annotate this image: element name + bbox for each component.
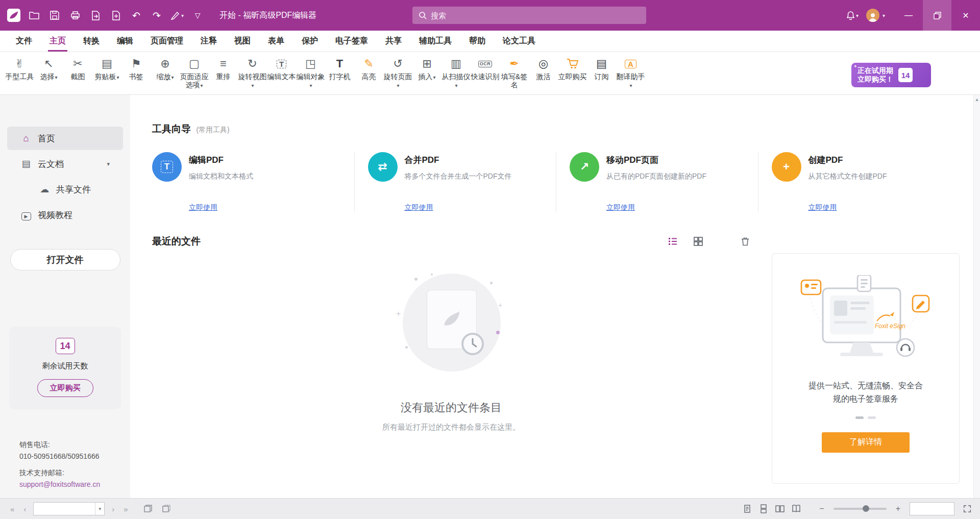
zoom-slider[interactable] — [834, 508, 887, 510]
export-doc-icon[interactable] — [89, 7, 102, 24]
zoom-in-button[interactable]: + — [895, 504, 901, 513]
restore-button[interactable] — [923, 0, 951, 31]
zoom-slider-thumb[interactable] — [863, 505, 869, 512]
menu-form[interactable]: 表单 — [259, 31, 293, 52]
book-view-icon[interactable] — [792, 504, 801, 513]
ribbon-button-subscribe[interactable]: ▤ 订阅 — [587, 56, 616, 81]
use-now-link[interactable]: 立即使用 — [808, 203, 949, 212]
menu-accessibility[interactable]: 辅助工具 — [410, 31, 460, 52]
chevron-down-icon[interactable]: ▾ — [107, 161, 110, 167]
redo-icon[interactable]: ↷ — [150, 7, 163, 24]
ribbon-button-buy-now[interactable]: 立即购买 — [558, 56, 587, 81]
print-icon[interactable] — [68, 7, 82, 24]
esign-pen-icon[interactable]: ▾ — [170, 7, 184, 24]
learn-more-button[interactable]: 了解详情 — [822, 432, 910, 453]
sidebar-item-shared-files[interactable]: ☁ 共享文件 — [7, 178, 123, 201]
pagination-dot[interactable] — [868, 416, 876, 419]
first-page-button[interactable]: « — [8, 505, 16, 513]
ribbon-button-page-fit[interactable]: ▢ 页面适应选项▾ — [180, 56, 209, 90]
sidebar-item-home[interactable]: ⌂ 首页 — [7, 127, 123, 150]
ribbon-button-activate[interactable]: ◎ 激活 — [529, 56, 558, 81]
sparkle-icon: ✦ — [853, 64, 857, 69]
zoom-out-button[interactable]: − — [818, 504, 825, 513]
menu-help[interactable]: 帮助 — [460, 31, 494, 52]
account-menu[interactable]: ▾ — [866, 9, 885, 22]
close-button[interactable]: ✕ — [951, 0, 980, 31]
buy-now-button[interactable]: 立即购买 — [37, 379, 93, 397]
menu-comment[interactable]: 注释 — [192, 31, 226, 52]
list-view-icon[interactable] — [668, 236, 678, 246]
use-now-link[interactable]: 立即使用 — [405, 203, 545, 212]
search-input[interactable] — [431, 11, 640, 20]
ribbon-button-reflow[interactable]: ≡ 重排 — [209, 56, 238, 81]
chevron-down-icon[interactable]: ▾ — [95, 503, 104, 515]
page-number-input[interactable] — [34, 505, 95, 513]
menu-file[interactable]: 文件 — [7, 31, 41, 52]
ribbon-button-clipboard[interactable]: ▤ 剪贴板▾ — [92, 56, 121, 82]
scroll-up-icon[interactable]: ▲ — [975, 97, 979, 102]
prev-page-button[interactable]: ‹ — [21, 505, 28, 513]
menu-view[interactable]: 视图 — [226, 31, 259, 52]
ribbon-button-bookmark[interactable]: ⚑ 书签 — [121, 56, 151, 81]
ribbon-button-translate-assistant[interactable]: A 翻译助手▾ — [616, 56, 645, 90]
menu-protect[interactable]: 保护 — [293, 31, 327, 52]
multi-page-thumbnail-icon[interactable] — [162, 504, 171, 513]
menu-share[interactable]: 共享 — [377, 31, 410, 52]
open-folder-icon[interactable] — [28, 7, 41, 24]
ribbon-button-highlight[interactable]: ✎ 高亮 — [354, 56, 383, 81]
sidebar-item-video-tutorials[interactable]: ▶ 视频教程 — [7, 203, 123, 227]
minimize-button[interactable]: — — [894, 0, 923, 31]
use-now-link[interactable]: 立即使用 — [189, 203, 343, 212]
play-icon: ▶ — [20, 210, 32, 220]
trial-buy-badge[interactable]: ✦ 正在试用期 立即购买！ 14 — [851, 63, 931, 87]
ribbon-button-hand-tool[interactable]: ✌ 手型工具 — [5, 56, 34, 81]
scrollbar[interactable]: ▲ — [973, 95, 980, 498]
search-bar[interactable] — [412, 7, 646, 24]
undo-icon[interactable]: ↶ — [130, 7, 143, 24]
fullscreen-icon[interactable] — [963, 504, 972, 513]
zoom-level-input[interactable] — [910, 503, 954, 515]
chevron-down-icon: ▾ — [433, 75, 435, 80]
continuous-view-icon[interactable] — [759, 504, 768, 513]
filter-icon[interactable]: ▽ — [191, 7, 204, 24]
clock-icon — [460, 332, 485, 356]
ribbon-button-snapshot[interactable]: ✂ 截图 — [63, 56, 92, 81]
ribbon-button-select[interactable]: ↖ 选择▾ — [34, 56, 63, 82]
support-email-link[interactable]: support@foxitsoftware.cn — [19, 480, 100, 488]
ribbon-button-quick-ocr[interactable]: OCR 快速识别 — [471, 56, 500, 81]
ribbon-button-rotate-view[interactable]: ↻ 旋转视图▾ — [238, 56, 267, 90]
chevron-down-icon: ▾ — [116, 75, 119, 80]
ocr-icon: OCR — [478, 57, 493, 71]
reflow-icon: ≡ — [220, 57, 227, 71]
menu-edit[interactable]: 编辑 — [108, 31, 142, 52]
trash-icon[interactable] — [740, 236, 750, 246]
ribbon-button-edit-text[interactable]: T 编辑文本 — [267, 56, 296, 81]
single-page-view-icon[interactable] — [743, 504, 752, 513]
ribbon-button-from-scanner[interactable]: ▥ 从扫描仪▾ — [442, 56, 471, 90]
notification-bell-icon[interactable]: ▾ — [846, 7, 859, 24]
menu-convert[interactable]: 转换 — [75, 31, 108, 52]
save-icon[interactable] — [48, 7, 61, 24]
sidebar-item-cloud-docs[interactable]: ▤ 云文档 ▾ — [7, 152, 123, 176]
next-page-button[interactable]: › — [110, 505, 116, 513]
menu-home[interactable]: 主页 — [41, 31, 75, 52]
pagination-dot[interactable] — [855, 416, 864, 419]
menu-page-management[interactable]: 页面管理 — [142, 31, 192, 52]
tool-card-title: 合并PDF — [405, 152, 545, 166]
ribbon-button-fill-sign[interactable]: ✒ 填写&签名 — [500, 56, 529, 89]
single-page-thumbnail-icon[interactable] — [143, 504, 153, 513]
grid-view-icon[interactable] — [693, 236, 703, 246]
menu-paper-tools[interactable]: 论文工具 — [494, 31, 544, 52]
facing-view-icon[interactable] — [775, 504, 785, 513]
ribbon-button-typewriter[interactable]: T 打字机 — [325, 56, 354, 81]
last-page-button[interactable]: » — [121, 505, 130, 513]
ribbon-button-insert[interactable]: ⊞ 插入▾ — [412, 56, 442, 82]
ribbon-button-edit-object[interactable]: ◳ 编辑对象▾ — [296, 56, 325, 90]
create-doc-icon[interactable] — [109, 7, 122, 24]
ribbon-button-rotate-pages[interactable]: ↺ 旋转页面▾ — [383, 56, 412, 90]
open-file-button[interactable]: 打开文件 — [10, 249, 120, 270]
ribbon-button-zoom[interactable]: ⊕ 缩放▾ — [151, 56, 180, 82]
menu-esign[interactable]: 电子签章 — [327, 31, 377, 52]
use-now-link[interactable]: 立即使用 — [606, 203, 747, 212]
promo-pagination — [855, 416, 876, 419]
